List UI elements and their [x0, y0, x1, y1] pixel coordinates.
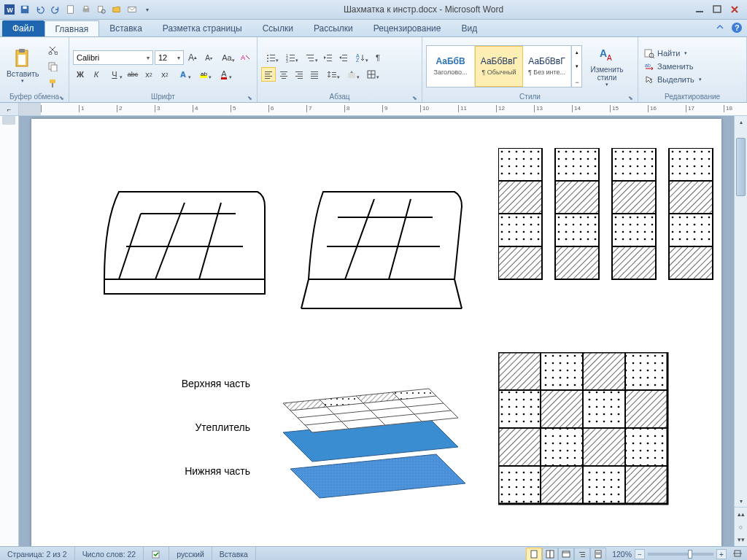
grow-font-icon[interactable]: A▴ — [185, 50, 200, 65]
view-web-layout-icon[interactable] — [558, 548, 574, 560]
svg-point-30 — [267, 61, 268, 62]
tab-file[interactable]: Файл — [2, 20, 44, 36]
window-controls — [693, 4, 747, 15]
view-outline-icon[interactable] — [574, 548, 590, 560]
clear-formatting-icon[interactable]: A — [238, 50, 252, 65]
shrink-font-icon[interactable]: A▾ — [201, 50, 216, 65]
font-color-icon[interactable]: A — [214, 67, 233, 82]
justify-icon[interactable] — [307, 67, 322, 82]
maximize-button[interactable] — [711, 4, 724, 15]
tab-review[interactable]: Рецензирование — [363, 20, 452, 36]
view-full-screen-icon[interactable] — [542, 548, 558, 560]
new-icon[interactable] — [64, 3, 77, 16]
redo-icon[interactable] — [49, 3, 62, 16]
scroll-down-icon[interactable]: ▾ — [735, 495, 747, 507]
status-proofing-icon[interactable] — [144, 547, 169, 560]
bullets-icon[interactable] — [261, 50, 280, 65]
horizontal-ruler[interactable]: 123456789101112131415161718 — [19, 103, 747, 115]
replace-button[interactable]: ab Заменить — [642, 61, 704, 72]
status-mode[interactable]: Вставка — [212, 547, 256, 560]
font-size-combo[interactable]: 12▾ — [155, 50, 184, 65]
tab-view[interactable]: Вид — [451, 20, 487, 36]
ruler-corner[interactable]: ⌐ — [0, 103, 19, 115]
italic-button[interactable]: К — [89, 67, 104, 82]
minimize-button[interactable] — [693, 4, 706, 15]
tab-page-layout[interactable]: Разметка страницы — [152, 20, 252, 36]
decrease-indent-icon[interactable] — [320, 50, 335, 65]
next-page-icon[interactable]: ▾▾ — [735, 533, 747, 546]
strikethrough-button[interactable]: abc — [125, 67, 140, 82]
tab-mailings[interactable]: Рассылки — [303, 20, 363, 36]
increase-indent-icon[interactable] — [336, 50, 350, 65]
style-normal[interactable]: АаБбВвГ ¶ Обычный — [475, 46, 523, 87]
format-painter-icon[interactable] — [45, 76, 60, 90]
numbering-icon[interactable]: 123 — [281, 50, 300, 65]
zoom-in-button[interactable]: + — [716, 549, 727, 559]
bold-button[interactable]: Ж — [73, 67, 88, 82]
zoom-out-button[interactable]: − — [635, 549, 645, 559]
close-button[interactable] — [728, 4, 741, 15]
align-center-icon[interactable] — [276, 67, 291, 82]
email-icon[interactable] — [125, 3, 139, 16]
help-icon[interactable]: ? — [731, 22, 743, 34]
gallery-down-icon[interactable]: ▾ — [572, 59, 581, 73]
superscript-icon[interactable]: x2 — [158, 67, 172, 82]
shading-icon[interactable] — [342, 67, 361, 82]
vertical-ruler[interactable] — [0, 116, 19, 546]
fit-width-icon[interactable] — [732, 548, 744, 560]
svg-rect-4 — [68, 6, 74, 14]
change-styles-button[interactable]: AA Изменить стили ▾ — [585, 44, 629, 89]
multilevel-list-icon[interactable] — [301, 50, 320, 65]
highlight-icon[interactable]: ab — [194, 67, 213, 82]
style-no-spacing[interactable]: АаБбВвГ ¶ Без инте... — [523, 46, 571, 87]
scroll-up-icon[interactable]: ▴ — [735, 116, 747, 128]
undo-icon[interactable] — [34, 3, 47, 16]
style-heading[interactable]: АаБбВ Заголово... — [427, 46, 475, 87]
underline-button[interactable]: Ч — [105, 67, 124, 82]
document-page[interactable]: Верхняя часть Утеплитель Нижняя часть — [31, 119, 721, 546]
align-left-icon[interactable] — [261, 67, 276, 82]
subscript-icon[interactable]: x2 — [142, 67, 156, 82]
svg-rect-60 — [298, 78, 303, 79]
status-language[interactable]: русский — [169, 547, 212, 560]
open-icon[interactable] — [110, 3, 123, 16]
status-page[interactable]: Страница: 2 из 2 — [0, 547, 75, 560]
svg-text:A: A — [241, 54, 245, 61]
scroll-thumb[interactable] — [736, 138, 746, 196]
view-draft-icon[interactable] — [590, 548, 606, 560]
zoom-slider[interactable] — [648, 553, 713, 556]
sort-icon[interactable]: AZ — [351, 50, 370, 65]
select-button[interactable]: Выделить▾ — [642, 74, 704, 85]
font-name-combo[interactable]: Calibri▾ — [73, 50, 153, 65]
tab-references[interactable]: Ссылки — [252, 20, 303, 36]
find-button[interactable]: Найти▾ — [642, 47, 704, 59]
view-print-layout-icon[interactable] — [526, 548, 542, 560]
svg-rect-121 — [625, 352, 667, 390]
zoom-level[interactable]: 120% — [612, 550, 632, 559]
prev-page-icon[interactable]: ▴▴ — [735, 508, 747, 521]
ribbon-minimize-icon[interactable] — [715, 22, 727, 34]
line-spacing-icon[interactable] — [322, 67, 341, 82]
show-marks-icon[interactable]: ¶ — [371, 50, 385, 65]
text-effects-icon[interactable]: A — [174, 67, 193, 82]
borders-icon[interactable] — [362, 67, 381, 82]
preview-icon[interactable] — [95, 3, 108, 16]
save-icon[interactable] — [18, 3, 31, 16]
svg-rect-37 — [290, 61, 295, 61]
change-case-icon[interactable]: Aa — [217, 50, 236, 65]
tab-insert[interactable]: Вставка — [99, 20, 152, 36]
gallery-more-icon[interactable]: ⎯ — [572, 73, 581, 87]
status-words[interactable]: Число слов: 22 — [75, 547, 144, 560]
copy-icon[interactable] — [45, 59, 60, 74]
browse-object-icon[interactable]: ○ — [735, 521, 747, 534]
tab-home[interactable]: Главная — [44, 20, 100, 36]
cut-icon[interactable] — [45, 42, 60, 57]
qat-more-icon[interactable]: ▾ — [141, 3, 154, 16]
print-icon[interactable] — [80, 3, 93, 16]
word-icon[interactable]: W — [3, 3, 16, 16]
align-right-icon[interactable] — [292, 67, 306, 82]
svg-rect-95 — [498, 246, 542, 279]
paste-button[interactable]: Вставить ▾ — [4, 47, 42, 85]
vertical-scrollbar[interactable]: ▴ ▾ ▴▴ ○ ▾▾ — [734, 116, 747, 546]
gallery-up-icon[interactable]: ▴ — [572, 46, 581, 60]
